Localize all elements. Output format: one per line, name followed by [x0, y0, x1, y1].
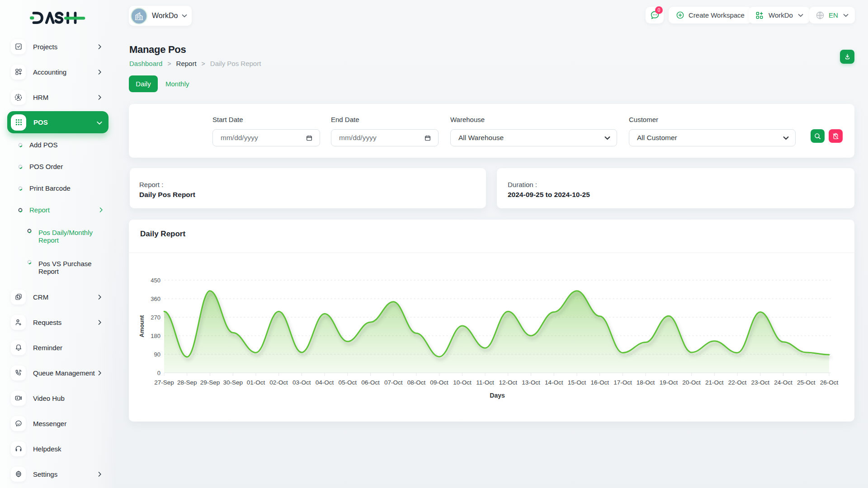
svg-text:Amount: Amount [138, 315, 145, 338]
svg-text:270: 270 [151, 314, 160, 321]
svg-text:05-Oct: 05-Oct [339, 379, 357, 386]
svg-text:Days: Days [490, 392, 505, 399]
svg-text:06-Oct: 06-Oct [361, 379, 380, 386]
svg-text:03-Oct: 03-Oct [292, 379, 311, 386]
svg-text:10-Oct: 10-Oct [453, 379, 472, 386]
svg-text:02-Oct: 02-Oct [269, 379, 288, 386]
svg-text:25-Oct: 25-Oct [797, 379, 816, 386]
svg-text:19-Oct: 19-Oct [660, 379, 678, 386]
svg-text:14-Oct: 14-Oct [545, 379, 563, 386]
svg-text:28-Sep: 28-Sep [177, 379, 197, 386]
svg-text:16-Oct: 16-Oct [590, 379, 609, 386]
svg-text:90: 90 [154, 351, 160, 358]
svg-text:07-Oct: 07-Oct [384, 379, 403, 386]
svg-text:180: 180 [151, 333, 160, 339]
svg-text:13-Oct: 13-Oct [522, 379, 540, 386]
svg-text:11-Oct: 11-Oct [476, 379, 494, 386]
svg-text:15-Oct: 15-Oct [568, 379, 586, 386]
svg-text:26-Oct: 26-Oct [820, 379, 839, 386]
svg-text:20-Oct: 20-Oct [682, 379, 701, 386]
svg-text:01-Oct: 01-Oct [247, 379, 265, 386]
svg-text:08-Oct: 08-Oct [407, 379, 426, 386]
svg-text:12-Oct: 12-Oct [499, 379, 518, 386]
svg-text:18-Oct: 18-Oct [637, 379, 655, 386]
svg-text:22-Oct: 22-Oct [728, 379, 747, 386]
svg-text:30-Sep: 30-Sep [223, 379, 243, 386]
svg-text:24-Oct: 24-Oct [774, 379, 793, 386]
svg-text:29-Sep: 29-Sep [200, 379, 220, 386]
svg-text:09-Oct: 09-Oct [430, 379, 448, 386]
svg-text:17-Oct: 17-Oct [613, 379, 632, 386]
svg-text:23-Oct: 23-Oct [751, 379, 769, 386]
svg-text:360: 360 [151, 296, 160, 302]
svg-text:04-Oct: 04-Oct [316, 379, 334, 386]
svg-text:0: 0 [157, 370, 160, 376]
svg-text:27-Sep: 27-Sep [154, 379, 174, 386]
svg-text:450: 450 [151, 277, 160, 284]
svg-text:21-Oct: 21-Oct [705, 379, 724, 386]
